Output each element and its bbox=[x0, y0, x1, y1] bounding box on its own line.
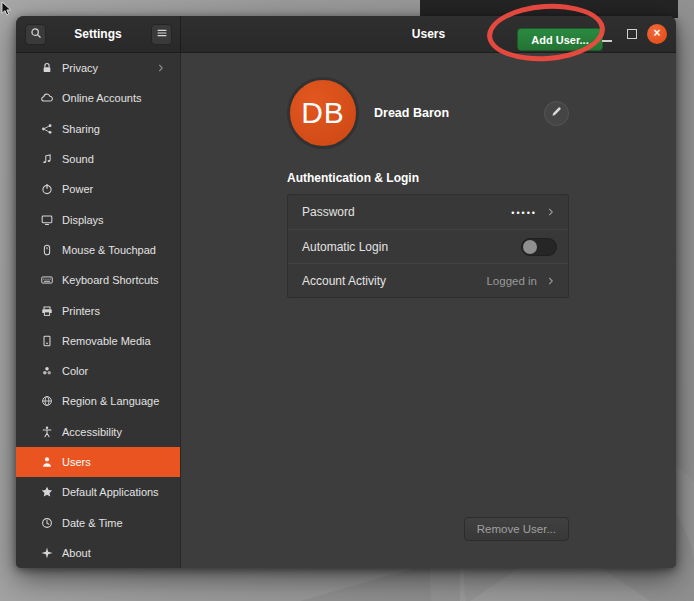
sidebar-item-users[interactable]: Users bbox=[16, 447, 180, 477]
printer-icon bbox=[40, 304, 54, 318]
sidebar-item-date-time[interactable]: Date & Time bbox=[16, 507, 180, 537]
cloud-icon bbox=[40, 91, 54, 105]
remove-user-button[interactable]: Remove User... bbox=[464, 517, 569, 541]
sidebar-item-color[interactable]: Color bbox=[16, 356, 180, 386]
row-label: Automatic Login bbox=[302, 240, 388, 254]
sidebar-item-displays[interactable]: Displays bbox=[16, 204, 180, 234]
sidebar-item-power[interactable]: Power bbox=[16, 174, 180, 204]
account-activity-row[interactable]: Account ActivityLogged in bbox=[288, 263, 568, 297]
menu-button[interactable] bbox=[151, 24, 172, 45]
user-name: Dread Baron bbox=[374, 106, 449, 120]
clock-icon bbox=[40, 516, 54, 530]
row-value-group bbox=[521, 238, 557, 256]
sidebar-item-default-applications[interactable]: Default Applications bbox=[16, 477, 180, 507]
sidebar: PrivacyOnline AccountsSharingSoundPowerD… bbox=[16, 53, 181, 568]
row-label: Password bbox=[302, 205, 355, 219]
automatic-login-row[interactable]: Automatic Login bbox=[288, 229, 568, 263]
power-icon bbox=[40, 182, 54, 196]
maximize-button[interactable] bbox=[627, 29, 637, 39]
sidebar-item-label: Displays bbox=[62, 214, 104, 226]
sidebar-item-label: Accessibility bbox=[62, 426, 122, 438]
accessibility-icon bbox=[40, 425, 54, 439]
chevron-right-icon bbox=[545, 206, 557, 218]
auth-card: Password•••••Automatic LoginAccount Acti… bbox=[287, 194, 569, 298]
user-header: DB Dread Baron bbox=[287, 77, 569, 149]
add-user-button[interactable]: Add User... bbox=[517, 28, 603, 51]
sidebar-item-mouse-touchpad[interactable]: Mouse & Touchpad bbox=[16, 235, 180, 265]
sidebar-item-label: Online Accounts bbox=[62, 92, 142, 104]
sidebar-item-label: Mouse & Touchpad bbox=[62, 244, 156, 256]
sidebar-item-label: Sound bbox=[62, 153, 94, 165]
chevron-right-icon bbox=[545, 275, 557, 287]
headerbar-sidebar-section: Settings bbox=[16, 16, 181, 52]
automatic-login-toggle[interactable] bbox=[521, 238, 557, 256]
color-icon bbox=[40, 364, 54, 378]
sidebar-item-label: Privacy bbox=[62, 62, 98, 74]
sparkle-icon bbox=[40, 546, 54, 560]
share-icon bbox=[40, 122, 54, 136]
close-icon: × bbox=[653, 26, 660, 40]
hamburger-menu-icon bbox=[155, 26, 169, 44]
row-value-group: ••••• bbox=[511, 206, 557, 218]
mouse-icon bbox=[40, 243, 54, 257]
sidebar-item-online-accounts[interactable]: Online Accounts bbox=[16, 83, 180, 113]
keyboard-icon bbox=[40, 273, 54, 287]
star-icon bbox=[40, 485, 54, 499]
sidebar-item-label: Users bbox=[62, 456, 91, 468]
pencil-icon bbox=[550, 104, 563, 122]
sidebar-item-label: Default Applications bbox=[62, 486, 159, 498]
sidebar-item-label: Power bbox=[62, 183, 93, 195]
avatar[interactable]: DB bbox=[287, 77, 359, 149]
sidebar-item-about[interactable]: About bbox=[16, 538, 180, 568]
minimize-button[interactable] bbox=[602, 40, 612, 42]
auth-section-title: Authentication & Login bbox=[287, 171, 569, 185]
sidebar-item-sound[interactable]: Sound bbox=[16, 144, 180, 174]
sidebar-item-keyboard-shortcuts[interactable]: Keyboard Shortcuts bbox=[16, 265, 180, 295]
content-column: DB Dread Baron Authentication & Login Pa… bbox=[287, 53, 569, 298]
close-button[interactable]: × bbox=[647, 24, 667, 44]
sidebar-item-accessibility[interactable]: Accessibility bbox=[16, 417, 180, 447]
row-value-group: Logged in bbox=[486, 275, 557, 287]
sidebar-item-removable-media[interactable]: Removable Media bbox=[16, 326, 180, 356]
sidebar-item-label: About bbox=[62, 547, 91, 559]
row-value: Logged in bbox=[486, 275, 537, 287]
sidebar-item-label: Sharing bbox=[62, 123, 100, 135]
headerbar[interactable]: Settings Users Add User... × bbox=[16, 16, 676, 53]
search-icon bbox=[29, 26, 43, 44]
toggle-knob bbox=[523, 240, 537, 254]
person-icon bbox=[40, 455, 54, 469]
password-dots: ••••• bbox=[511, 208, 537, 218]
password-row[interactable]: Password••••• bbox=[288, 195, 568, 229]
sidebar-item-label: Region & Language bbox=[62, 395, 159, 407]
sidebar-item-sharing[interactable]: Sharing bbox=[16, 114, 180, 144]
chevron-right-icon bbox=[155, 62, 167, 74]
users-panel: DB Dread Baron Authentication & Login Pa… bbox=[181, 53, 676, 568]
lock-icon bbox=[40, 61, 54, 75]
edit-name-button[interactable] bbox=[544, 101, 569, 126]
display-icon bbox=[40, 213, 54, 227]
window-body: PrivacyOnline AccountsSharingSoundPowerD… bbox=[16, 53, 676, 568]
media-icon bbox=[40, 334, 54, 348]
row-label: Account Activity bbox=[302, 274, 386, 288]
sidebar-item-label: Keyboard Shortcuts bbox=[62, 274, 159, 286]
sound-icon bbox=[40, 152, 54, 166]
settings-window: Settings Users Add User... × PrivacyOnli… bbox=[16, 16, 676, 568]
headerbar-main-section: Users Add User... × bbox=[181, 16, 676, 52]
globe-icon bbox=[40, 394, 54, 408]
sidebar-item-label: Removable Media bbox=[62, 335, 151, 347]
sidebar-item-label: Date & Time bbox=[62, 517, 123, 529]
search-button[interactable] bbox=[25, 24, 46, 45]
sidebar-item-label: Color bbox=[62, 365, 88, 377]
sidebar-item-label: Printers bbox=[62, 305, 100, 317]
sidebar-item-region-language[interactable]: Region & Language bbox=[16, 386, 180, 416]
sidebar-item-privacy[interactable]: Privacy bbox=[16, 53, 180, 83]
sidebar-item-printers[interactable]: Printers bbox=[16, 295, 180, 325]
